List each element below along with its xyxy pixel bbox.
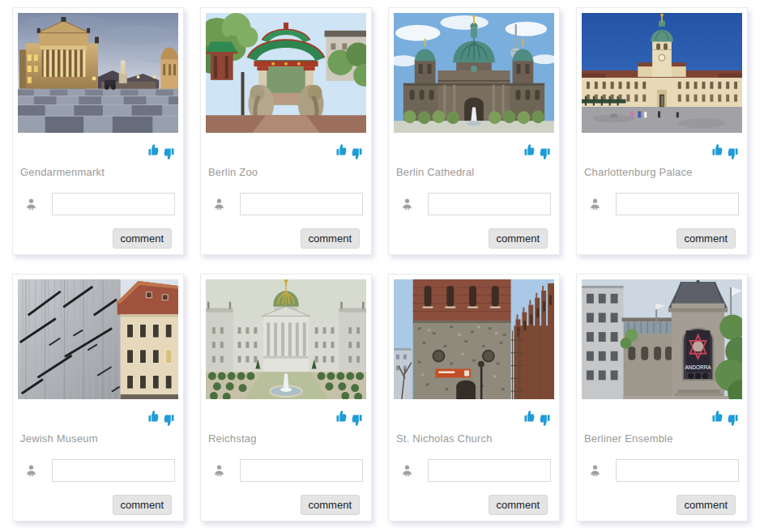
- vote-row: [206, 411, 366, 424]
- vote-row: [18, 144, 178, 158]
- landmark-photo-jewish-museum: [18, 279, 178, 399]
- thumbs-up-icon[interactable]: [148, 411, 160, 423]
- landmark-title: Berliner Ensemble: [584, 432, 741, 445]
- thumbs-down-icon[interactable]: [538, 147, 550, 160]
- landmark-card: ANDORRA Berliner Ensemble comment: [576, 274, 748, 521]
- landmark-card: Berlin Cathedral comment: [388, 7, 560, 255]
- landmark-photo-gendarmenmarkt: [18, 13, 178, 133]
- comment-row: [206, 193, 366, 215]
- landmark-card: Gendarmenmarkt comment: [12, 7, 184, 255]
- landmark-title: Jewish Museum: [20, 432, 177, 445]
- comment-input[interactable]: [240, 193, 363, 215]
- comment-row: [18, 193, 178, 215]
- comment-button[interactable]: comment: [301, 228, 360, 249]
- user-icon: [402, 198, 412, 210]
- landmark-photo-berlin-cathedral: [394, 13, 554, 133]
- landmark-photo-berliner-ensemble: ANDORRA: [582, 279, 742, 399]
- comment-button[interactable]: comment: [113, 495, 172, 515]
- user-icon: [214, 465, 224, 476]
- landmark-card: Jewish Museum comment: [12, 274, 184, 521]
- thumbs-up-icon[interactable]: [336, 144, 348, 156]
- landmark-title: Gendarmenmarkt: [20, 166, 177, 178]
- thumbs-up-icon[interactable]: [712, 411, 724, 423]
- thumbs-up-icon[interactable]: [148, 144, 160, 156]
- comment-input[interactable]: [428, 459, 551, 482]
- comment-row: [18, 459, 178, 482]
- thumbs-down-icon[interactable]: [350, 414, 362, 426]
- comment-row: [582, 193, 742, 215]
- landmark-title: Berlin Zoo: [208, 166, 365, 178]
- comment-row: [394, 193, 554, 215]
- user-icon: [590, 465, 600, 476]
- comment-button[interactable]: comment: [113, 228, 172, 249]
- landmark-photo-st-nicholas-church: [394, 279, 554, 399]
- landmark-photo-berlin-zoo: [206, 13, 366, 133]
- thumbs-up-icon[interactable]: [336, 411, 348, 423]
- vote-row: [582, 411, 742, 424]
- landmark-photo-charlottenburg-palace: [582, 13, 742, 133]
- user-icon: [214, 198, 224, 210]
- comment-button[interactable]: comment: [301, 495, 360, 515]
- poster-text: ANDORRA: [685, 364, 711, 370]
- landmark-card: Charlottenburg Palace comment: [576, 7, 748, 255]
- user-icon: [590, 198, 600, 210]
- comment-input[interactable]: [240, 459, 363, 482]
- comment-button[interactable]: comment: [677, 495, 736, 515]
- landmark-title: St. Nicholas Church: [396, 432, 553, 445]
- comment-row: [582, 459, 742, 482]
- comment-button[interactable]: comment: [489, 495, 548, 515]
- vote-row: [394, 411, 554, 424]
- landmark-title: Berlin Cathedral: [396, 166, 553, 178]
- vote-row: [582, 144, 742, 158]
- comment-button[interactable]: comment: [677, 228, 736, 249]
- thumbs-down-icon[interactable]: [538, 414, 550, 426]
- user-icon: [402, 465, 412, 476]
- user-icon: [26, 198, 36, 210]
- comment-input[interactable]: [428, 193, 551, 215]
- thumbs-down-icon[interactable]: [726, 414, 738, 426]
- thumbs-down-icon[interactable]: [162, 414, 174, 426]
- comment-button[interactable]: comment: [489, 228, 548, 249]
- thumbs-up-icon[interactable]: [524, 144, 536, 156]
- thumbs-up-icon[interactable]: [712, 144, 724, 156]
- landmark-card: St. Nicholas Church comment: [388, 274, 560, 521]
- comment-input[interactable]: [52, 193, 175, 215]
- landmark-card: Berlin Zoo comment: [200, 7, 372, 255]
- vote-row: [394, 144, 554, 158]
- comment-input[interactable]: [52, 459, 175, 482]
- landmark-photo-reichstag: [206, 279, 366, 399]
- thumbs-down-icon[interactable]: [726, 147, 738, 160]
- thumbs-up-icon[interactable]: [524, 411, 536, 423]
- comment-row: [206, 459, 366, 482]
- vote-row: [206, 144, 366, 158]
- vote-row: [18, 411, 178, 424]
- comment-row: [394, 459, 554, 482]
- thumbs-down-icon[interactable]: [350, 147, 362, 160]
- comment-input[interactable]: [616, 459, 739, 482]
- landmark-title: Reichstag: [208, 432, 365, 445]
- landmark-title: Charlottenburg Palace: [584, 166, 741, 178]
- landmark-card: Reichstag comment: [200, 274, 372, 521]
- landmark-card-grid: Gendarmenmarkt comment: [12, 7, 748, 521]
- comment-input[interactable]: [616, 193, 739, 215]
- user-icon: [26, 465, 36, 476]
- thumbs-down-icon[interactable]: [162, 147, 174, 160]
